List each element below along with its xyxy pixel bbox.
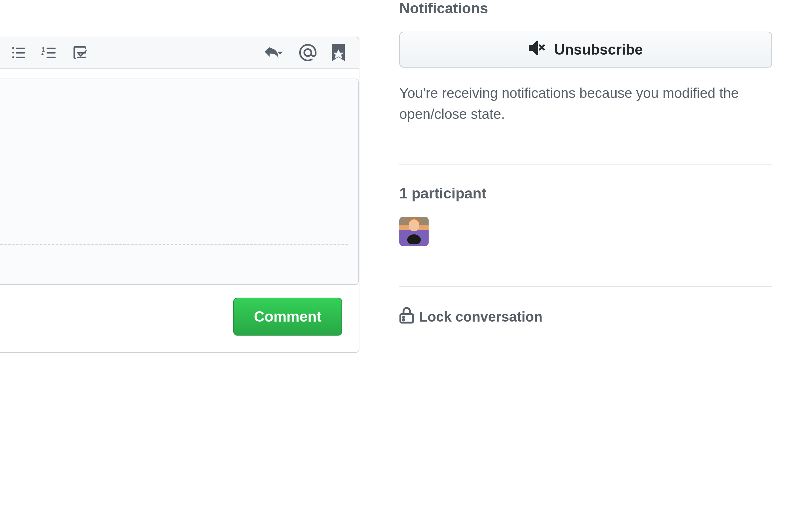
notification-reason: You're receiving notifications because y…: [399, 83, 772, 125]
markdown-toolbar: [0, 37, 359, 69]
toolbar-left-group: [10, 45, 88, 60]
unsubscribe-label: Unsubscribe: [554, 41, 643, 58]
comment-panel: Comment: [0, 0, 359, 524]
saved-replies-icon[interactable]: [332, 44, 345, 61]
avatar-image: [399, 217, 429, 246]
mention-icon[interactable]: [299, 44, 317, 61]
sidebar: Notifications Unsubscribe You're receivi…: [359, 0, 785, 524]
comment-box: Comment: [0, 37, 359, 353]
textarea-wrapper: [0, 69, 359, 288]
mute-icon: [528, 40, 546, 59]
section-divider: [399, 286, 772, 286]
comment-textarea[interactable]: [0, 79, 359, 285]
toolbar-right-group: [261, 44, 345, 61]
section-divider: [399, 164, 772, 165]
svg-point-2: [403, 320, 404, 321]
comment-button[interactable]: Comment: [233, 298, 342, 335]
lock-conversation-label: Lock conversation: [419, 309, 542, 325]
participant-avatar[interactable]: [399, 217, 429, 246]
reply-icon[interactable]: [261, 45, 284, 60]
unordered-list-icon[interactable]: [10, 45, 27, 60]
svg-rect-0: [400, 314, 413, 323]
notifications-section: Notifications Unsubscribe You're receivi…: [399, 0, 772, 145]
drag-handle-line[interactable]: [0, 244, 348, 245]
participants-heading: 1 participant: [399, 185, 772, 202]
comment-actions: Comment: [0, 288, 359, 352]
ordered-list-icon[interactable]: [40, 45, 58, 60]
unsubscribe-button[interactable]: Unsubscribe: [399, 32, 772, 68]
task-list-icon[interactable]: [71, 45, 88, 60]
page-container: Comment Notifications Unsubscribe You're…: [0, 0, 812, 524]
lock-conversation-link[interactable]: Lock conversation: [399, 307, 772, 327]
notifications-heading: Notifications: [399, 0, 772, 17]
participants-section: 1 participant: [399, 185, 772, 266]
lock-icon: [399, 307, 414, 327]
svg-point-1: [403, 317, 404, 318]
